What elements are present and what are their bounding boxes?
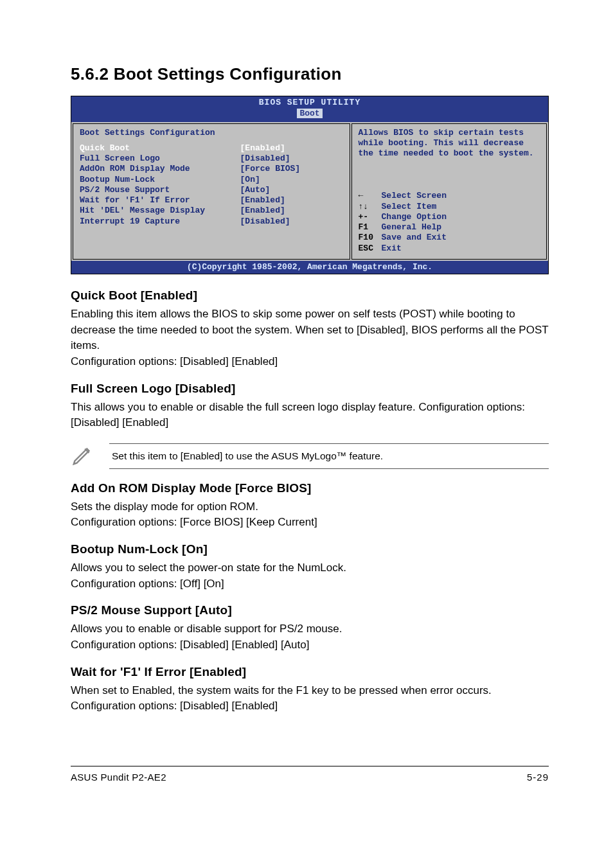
item-title: Add On ROM Display Mode [Force BIOS] bbox=[71, 481, 549, 495]
bios-row: Interrupt 19 Capture [Disabled] bbox=[80, 217, 343, 227]
bios-nav-row: ESCExit bbox=[359, 244, 540, 254]
item-body: When set to Enabled, the system waits fo… bbox=[71, 683, 549, 714]
item-body: Allows you to enable or disable support … bbox=[71, 621, 549, 653]
item-body: Allows you to select the power-on state … bbox=[71, 560, 549, 592]
nav-text: Select Screen bbox=[382, 191, 540, 201]
bios-row-quick-boot: Quick Boot [Enabled] bbox=[80, 143, 343, 154]
bios-footer: (C)Copyright 1985-2002, American Megatre… bbox=[71, 261, 548, 274]
item-title: PS/2 Mouse Support [Auto] bbox=[71, 603, 549, 617]
bios-nav-row: ↑↓Select Item bbox=[359, 202, 540, 212]
bios-tab-boot: Boot bbox=[297, 109, 322, 118]
bios-nav-block: ←Select Screen ↑↓Select Item +-Change Op… bbox=[359, 191, 540, 254]
nav-key: ↑↓ bbox=[359, 202, 382, 212]
bios-left-panel: Boot Settings Configuration Quick Boot [… bbox=[73, 123, 350, 260]
bios-row-label: Wait for 'F1' If Error bbox=[80, 195, 240, 206]
item-title: Bootup Num-Lock [On] bbox=[71, 542, 549, 556]
item-body: This allows you to enable or disable the… bbox=[71, 400, 549, 431]
item-body: Sets the display mode for option ROM.Con… bbox=[71, 499, 549, 531]
bios-row: Bootup Num-Lock [On] bbox=[80, 175, 343, 185]
pencil-icon bbox=[71, 443, 109, 470]
item-addon-rom: Add On ROM Display Mode [Force BIOS] Set… bbox=[71, 481, 549, 531]
bios-row-label: Full Screen Logo bbox=[80, 154, 240, 164]
bios-nav-row: F10Save and Exit bbox=[359, 233, 540, 243]
bios-nav-row: F1General Help bbox=[359, 222, 540, 233]
section-heading: 5.6.2 Boot Settings Configuration bbox=[71, 64, 549, 84]
bios-row-value: [Force BIOS] bbox=[240, 164, 343, 174]
bios-row: Wait for 'F1' If Error [Enabled] bbox=[80, 195, 343, 206]
footer-product: ASUS Pundit P2-AE2 bbox=[71, 772, 166, 783]
note-text: Set this item to [Enabled] to use the AS… bbox=[109, 443, 549, 469]
bios-nav-row: ←Select Screen bbox=[359, 191, 540, 201]
bios-row: Full Screen Logo [Disabled] bbox=[80, 154, 343, 164]
page-footer: ASUS Pundit P2-AE2 5-29 bbox=[71, 766, 549, 783]
nav-key: +- bbox=[359, 212, 382, 222]
bios-row: AddOn ROM Display Mode [Force BIOS] bbox=[80, 164, 343, 174]
bios-row: PS/2 Mouse Support [Auto] bbox=[80, 185, 343, 195]
item-title: Full Screen Logo [Disabled] bbox=[71, 382, 549, 396]
item-wait-f1: Wait for 'F1' If Error [Enabled] When se… bbox=[71, 665, 549, 714]
bios-row-value: [Enabled] bbox=[240, 143, 343, 154]
item-full-screen-logo: Full Screen Logo [Disabled] This allows … bbox=[71, 382, 549, 431]
bios-help-text: Allows BIOS to skip certain tests while … bbox=[359, 128, 540, 159]
bios-row: Hit 'DEL' Message Display [Enabled] bbox=[80, 206, 343, 216]
bios-right-panel: Allows BIOS to skip certain tests while … bbox=[351, 123, 547, 260]
bios-nav-row: +-Change Option bbox=[359, 212, 540, 222]
bios-row-value: [Disabled] bbox=[240, 217, 343, 227]
bios-panel-heading: Boot Settings Configuration bbox=[80, 128, 343, 138]
bios-row-label: PS/2 Mouse Support bbox=[80, 185, 240, 195]
bios-row-label: Interrupt 19 Capture bbox=[80, 217, 240, 227]
bios-row-label: Bootup Num-Lock bbox=[80, 175, 240, 185]
bios-row-value: [Enabled] bbox=[240, 195, 343, 206]
nav-text: Save and Exit bbox=[382, 233, 540, 243]
nav-key: F10 bbox=[359, 233, 382, 243]
bios-row-label: Hit 'DEL' Message Display bbox=[80, 206, 240, 216]
bios-row-value: [Auto] bbox=[240, 185, 343, 195]
bios-title: BIOS SETUP UTILITY bbox=[71, 96, 548, 109]
bios-screenshot: BIOS SETUP UTILITY Boot Boot Settings Co… bbox=[71, 96, 549, 274]
item-title: Quick Boot [Enabled] bbox=[71, 288, 549, 303]
nav-key: F1 bbox=[359, 222, 382, 233]
bios-row-value: [On] bbox=[240, 175, 343, 185]
item-title: Wait for 'F1' If Error [Enabled] bbox=[71, 665, 549, 679]
bios-row-value: [Disabled] bbox=[240, 154, 343, 164]
nav-text: Exit bbox=[382, 244, 540, 254]
nav-key: ← bbox=[359, 191, 382, 201]
item-numlock: Bootup Num-Lock [On] Allows you to selec… bbox=[71, 542, 549, 592]
bios-row-label: Quick Boot bbox=[80, 143, 240, 154]
item-body: Enabling this item allows the BIOS to sk… bbox=[71, 306, 549, 370]
nav-text: Change Option bbox=[382, 212, 540, 222]
nav-key: ESC bbox=[359, 244, 382, 254]
bios-row-value: [Enabled] bbox=[240, 206, 343, 216]
nav-text: General Help bbox=[382, 222, 540, 233]
item-ps2: PS/2 Mouse Support [Auto] Allows you to … bbox=[71, 603, 549, 653]
bios-row-label: AddOn ROM Display Mode bbox=[80, 164, 240, 174]
nav-text: Select Item bbox=[382, 202, 540, 212]
footer-page-number: 5-29 bbox=[527, 772, 549, 783]
note-row: Set this item to [Enabled] to use the AS… bbox=[71, 443, 549, 470]
bios-tab-bar: Boot bbox=[71, 109, 548, 121]
item-quick-boot: Quick Boot [Enabled] Enabling this item … bbox=[71, 288, 549, 370]
